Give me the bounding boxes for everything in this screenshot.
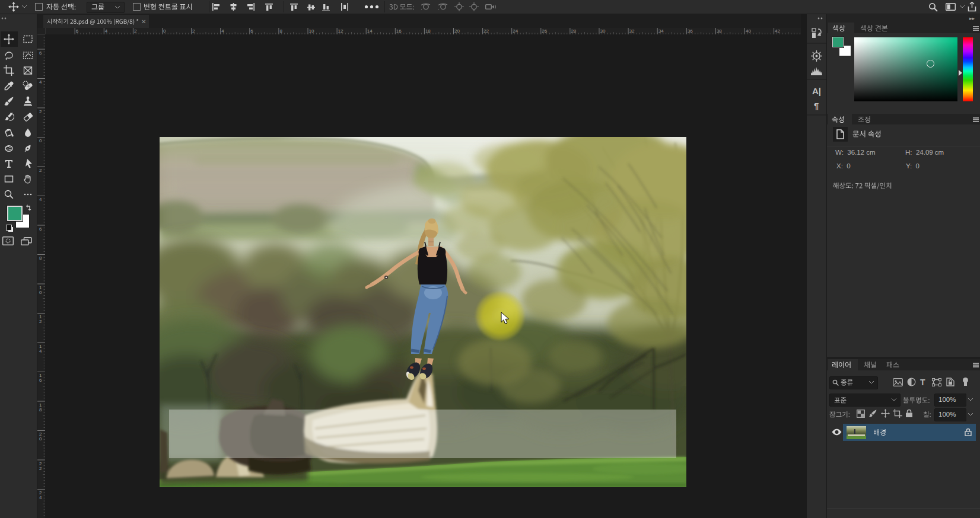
svg-text:42: 42 <box>775 28 780 34</box>
svg-text:0: 0 <box>39 436 42 442</box>
svg-text:0: 0 <box>163 28 166 34</box>
svg-text:4: 4 <box>39 197 42 202</box>
svg-text:22: 22 <box>483 28 489 34</box>
svg-text:8: 8 <box>39 407 42 413</box>
svg-text:38: 38 <box>717 28 722 34</box>
svg-text:18: 18 <box>425 28 431 34</box>
svg-text:6: 6 <box>250 28 253 34</box>
svg-text:26: 26 <box>542 28 547 34</box>
svg-text:36: 36 <box>688 28 693 34</box>
svg-text:32: 32 <box>629 28 635 34</box>
svg-text:6: 6 <box>76 28 79 34</box>
svg-text:2: 2 <box>39 168 42 173</box>
svg-text:16: 16 <box>396 28 402 34</box>
svg-text:24: 24 <box>513 28 518 34</box>
svg-text:20: 20 <box>454 28 460 34</box>
svg-text:30: 30 <box>600 28 606 34</box>
svg-text:12: 12 <box>338 28 343 34</box>
svg-text:28: 28 <box>571 28 576 34</box>
svg-text:40: 40 <box>746 28 751 34</box>
svg-text:0: 0 <box>39 290 42 295</box>
svg-text:4: 4 <box>105 28 108 34</box>
svg-text:6: 6 <box>39 226 42 232</box>
svg-text:34: 34 <box>658 28 664 34</box>
svg-text:4: 4 <box>221 28 224 34</box>
svg-text:2: 2 <box>39 109 42 114</box>
svg-text:4: 4 <box>39 348 42 354</box>
svg-text:2: 2 <box>134 28 137 34</box>
svg-text:6: 6 <box>39 50 42 56</box>
svg-text:0: 0 <box>39 138 42 143</box>
svg-text:2: 2 <box>192 28 195 34</box>
svg-text:2: 2 <box>39 319 42 324</box>
svg-text:4: 4 <box>39 495 42 500</box>
svg-text:10: 10 <box>309 28 314 34</box>
svg-text:14: 14 <box>367 28 373 34</box>
svg-text:2: 2 <box>39 466 42 471</box>
svg-text:4: 4 <box>39 79 42 85</box>
svg-text:8: 8 <box>39 255 42 261</box>
svg-text:6: 6 <box>39 378 42 383</box>
svg-text:8: 8 <box>279 28 282 34</box>
